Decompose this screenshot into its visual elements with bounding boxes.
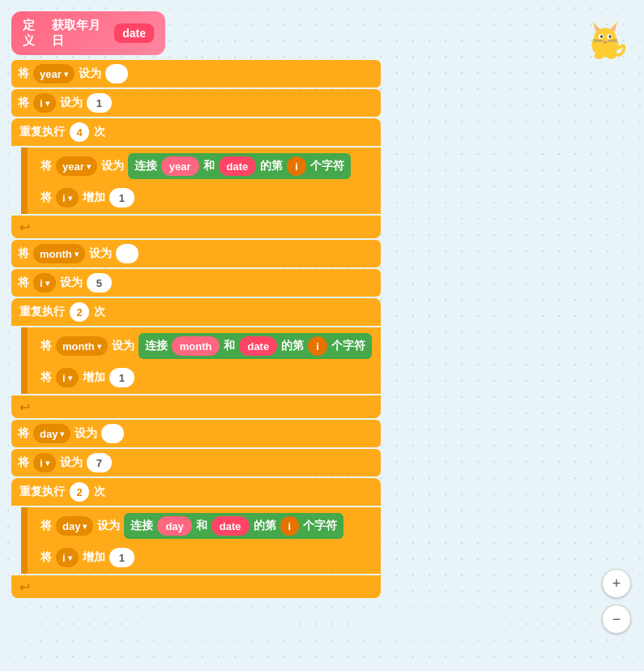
ci1-label: 次: [94, 125, 105, 139]
loop2-wrap: 重复执行 2 次 将 month 设为 连接 month 和 date 的第 i…: [11, 298, 381, 418]
svg-point-8: [600, 35, 603, 38]
loop2-body: 将 month 设为 连接 month 和 date 的第 i 个字符 将 i …: [21, 327, 381, 394]
loop3-inner2[interactable]: 将 i 增加 1: [34, 544, 378, 571]
loop1-inner1[interactable]: 将 year 设为 连接 year 和 date 的第 i 个字符: [34, 150, 378, 182]
empty-val3: [101, 424, 124, 443]
inc-val2: 1: [109, 368, 134, 387]
sheiwei-label2: 设为: [60, 96, 83, 110]
set-day-empty-block[interactable]: 将 day 设为: [11, 420, 381, 447]
scratch-cat: [581, 15, 629, 63]
loop1-footer: [11, 216, 381, 238]
ci3-label: 次: [94, 485, 105, 499]
loop3-header[interactable]: 重复执行 2 次: [11, 478, 381, 506]
day-var1[interactable]: day: [33, 424, 70, 443]
loop1-header[interactable]: 重复执行 4 次: [11, 118, 381, 146]
loop2-inner2[interactable]: 将 i 增加 1: [34, 364, 378, 391]
svg-point-16: [607, 53, 616, 59]
repeat1-label: 重复执行: [19, 125, 65, 139]
year-oval: year: [161, 156, 199, 176]
loop1-wrap: 重复执行 4 次 将 year 设为 连接 year 和 date 的第 i 个…: [11, 118, 381, 238]
val-1: 1: [87, 93, 112, 113]
blocks-container: 定义 获取年月日 date 将 year 设为 将 i 设为 1 重复执行 4 …: [11, 11, 381, 598]
date-oval3: date: [211, 516, 249, 536]
ci2-label: 次: [94, 305, 105, 319]
i-oval2: i: [308, 336, 327, 356]
define-label: 定义: [23, 18, 45, 49]
sheiwei-label: 设为: [79, 66, 101, 81]
set-month-empty-block[interactable]: 将 month 设为: [11, 240, 381, 267]
i-var3[interactable]: i: [33, 273, 56, 293]
define-badge: date: [114, 24, 154, 43]
month-var1[interactable]: month: [33, 244, 85, 263]
month-var2[interactable]: month: [56, 336, 108, 356]
join-block1: 连接 year 和 date 的第 i 个字符: [128, 153, 351, 179]
loop3-body: 将 day 设为 连接 day 和 date 的第 i 个字符 将 i 增加 1: [21, 507, 381, 574]
month-oval: month: [172, 336, 220, 356]
i-var5[interactable]: i: [33, 453, 56, 472]
empty-value: [105, 64, 128, 83]
set-year-empty-block[interactable]: 将 year 设为: [11, 60, 381, 88]
empty-val2: [116, 244, 139, 263]
join-block3: 连接 day 和 date 的第 i 个字符: [124, 513, 343, 539]
define-block[interactable]: 定义 获取年月日 date: [11, 11, 165, 55]
i-var6[interactable]: i: [56, 548, 79, 567]
loop1-inner2[interactable]: 将 i 增加 1: [34, 184, 378, 212]
set-i-7-block[interactable]: 将 i 设为 7: [11, 449, 381, 477]
count1-badge: 4: [70, 122, 89, 142]
svg-point-9: [609, 35, 612, 38]
set-i-5-block[interactable]: 将 i 设为 5: [11, 269, 381, 297]
inc-val3: 1: [109, 548, 134, 567]
val-5: 5: [87, 273, 112, 293]
i-var1[interactable]: i: [33, 93, 56, 113]
loop2-inner1[interactable]: 将 month 设为 连接 month 和 date 的第 i 个字符: [34, 330, 378, 362]
loop2-header[interactable]: 重复执行 2 次: [11, 298, 381, 326]
inc-val1: 1: [109, 188, 134, 207]
jiang-label: 将: [18, 66, 29, 81]
i-oval1: i: [287, 156, 306, 176]
loop3-wrap: 重复执行 2 次 将 day 设为 连接 day 和 date 的第 i 个字符: [11, 478, 381, 598]
define-name: 获取年月日: [52, 18, 108, 49]
i-oval3: i: [280, 516, 300, 536]
repeat3-label: 重复执行: [19, 485, 65, 499]
val-7: 7: [87, 453, 112, 472]
day-var2[interactable]: day: [56, 516, 93, 536]
date-oval2: date: [239, 336, 277, 356]
year-var2[interactable]: year: [56, 156, 97, 176]
set-i-1-block[interactable]: 将 i 设为 1: [11, 89, 381, 117]
i-var4[interactable]: i: [56, 368, 79, 387]
join-block2: 连接 month 和 date 的第 i 个字符: [139, 333, 372, 359]
year-var[interactable]: year: [33, 64, 75, 83]
day-oval: day: [157, 516, 191, 536]
loop1-body: 将 year 设为 连接 year 和 date 的第 i 个字符 将 i 增加…: [21, 147, 381, 214]
count3-badge: 2: [70, 482, 89, 502]
i-var2[interactable]: i: [56, 188, 79, 207]
svg-point-15: [595, 53, 604, 59]
count2-badge: 2: [70, 302, 89, 322]
loop3-inner1[interactable]: 将 day 设为 连接 day 和 date 的第 i 个字符: [34, 510, 378, 542]
zoom-in-button[interactable]: +: [602, 569, 631, 598]
loop2-footer: [11, 395, 381, 418]
date-oval1: date: [219, 156, 257, 176]
jiang-label2: 将: [18, 96, 29, 110]
svg-point-1: [595, 28, 616, 48]
repeat2-label: 重复执行: [19, 305, 65, 319]
loop3-footer: [11, 575, 381, 598]
zoom-out-button[interactable]: −: [602, 605, 631, 634]
svg-point-10: [604, 40, 607, 41]
